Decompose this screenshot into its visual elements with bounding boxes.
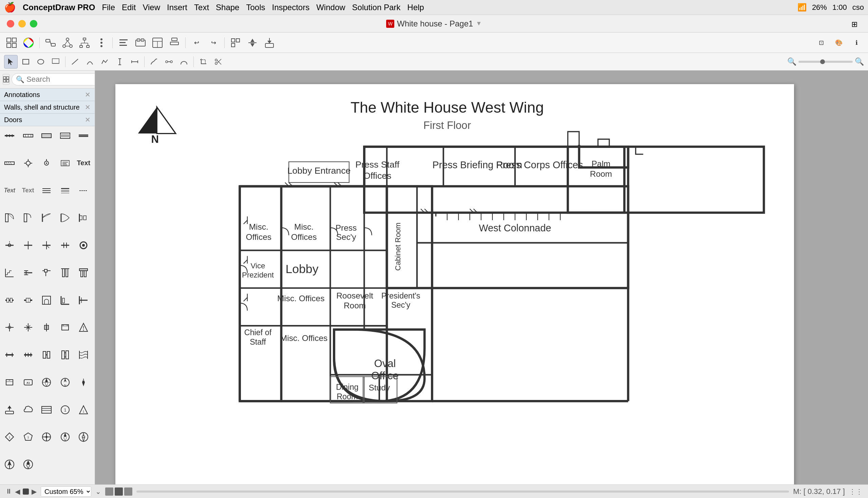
text-tool[interactable] — [49, 55, 62, 68]
category-walls-close[interactable]: ✕ — [85, 103, 91, 111]
scissors-tool[interactable] — [211, 55, 225, 68]
line-tool[interactable] — [68, 55, 82, 68]
minimize-button[interactable] — [18, 20, 26, 27]
shape-wall-1[interactable] — [1, 128, 18, 144]
tree-btn[interactable] — [77, 35, 92, 50]
shape-text-b[interactable]: Text — [20, 183, 36, 199]
category-walls[interactable]: Walls, shell and structure ✕ — [0, 101, 95, 114]
group-btn[interactable] — [133, 35, 148, 50]
category-annotations[interactable]: Annotations ✕ — [0, 89, 95, 101]
shape-door-3[interactable] — [38, 210, 55, 226]
shape-lines-1[interactable] — [38, 183, 55, 199]
shape-door-1[interactable] — [1, 210, 18, 226]
shape-beam-1[interactable] — [1, 347, 18, 363]
select-tool[interactable] — [4, 55, 18, 68]
ellipse-tool[interactable] — [34, 55, 48, 68]
shape-lines-2[interactable] — [57, 183, 73, 199]
shape-text-block[interactable] — [57, 155, 73, 171]
shape-text-a[interactable]: Text — [1, 183, 18, 199]
dropdown-arrow-icon[interactable]: ▼ — [476, 20, 482, 27]
shape-pillar-1[interactable] — [57, 265, 73, 281]
layers-btn[interactable] — [167, 35, 182, 50]
menu-view[interactable]: View — [143, 3, 160, 12]
shape-upload[interactable] — [1, 402, 18, 418]
redo-btn[interactable]: ↪ — [206, 35, 221, 50]
color-scheme-btn[interactable]: 🎨 — [831, 35, 846, 50]
shape-pentagon-tag[interactable]: 1 — [20, 429, 36, 445]
zoom-out-btn[interactable]: 🔍 — [787, 57, 796, 66]
shape-column[interactable] — [75, 237, 92, 253]
rect-tool[interactable] — [19, 55, 33, 68]
app-name[interactable]: ConceptDraw PRO — [23, 3, 95, 12]
menu-insert[interactable]: Insert — [167, 3, 187, 12]
shape-crosshair[interactable] — [38, 429, 55, 445]
shape-anchor-1[interactable] — [20, 155, 36, 171]
view-mode-1[interactable] — [105, 487, 113, 496]
inspector-button[interactable]: ⊞ — [847, 18, 861, 31]
search-box[interactable]: 🔍 — [12, 73, 95, 86]
shape-compass[interactable] — [38, 374, 55, 391]
shape-stair-2[interactable] — [20, 265, 36, 281]
close-button[interactable] — [7, 20, 14, 27]
resize-handle[interactable]: ⋮⋮ — [849, 487, 863, 496]
next-page-btn[interactable]: ▶ — [31, 487, 37, 496]
shape-stair-3[interactable] — [38, 265, 55, 281]
shape-wall-symbol-4[interactable] — [57, 237, 73, 253]
shape-separator[interactable] — [75, 183, 92, 199]
menu-inspectors[interactable]: Inspectors — [272, 3, 310, 12]
shape-elec-3[interactable] — [38, 319, 55, 336]
shape-wall-symbol-3[interactable] — [38, 237, 55, 253]
shape-spring[interactable] — [75, 347, 92, 363]
shape-window-1[interactable] — [1, 292, 18, 309]
shape-diamond-tag[interactable]: 1 — [1, 429, 18, 445]
menu-edit[interactable]: Edit — [122, 3, 136, 12]
shape-elec-2[interactable] — [20, 319, 36, 336]
zoom-chevron-btn[interactable]: ⌄ — [95, 487, 101, 496]
menu-text[interactable]: Text — [194, 3, 209, 12]
shape-north-detailed[interactable]: N — [75, 429, 92, 445]
shape-north-arrow[interactable]: N — [57, 374, 73, 391]
color-picker-btn[interactable] — [21, 35, 36, 50]
shape-door-4[interactable] — [57, 210, 73, 226]
undo-btn[interactable]: ↩ — [189, 35, 204, 50]
shape-elec-1[interactable] — [1, 319, 18, 336]
zoom-slider[interactable] — [799, 61, 853, 63]
shape-north-fancy[interactable] — [20, 456, 36, 473]
network-btn[interactable] — [60, 35, 75, 50]
zoom-selector[interactable]: Custom 65% 50% 75% 100% 150% — [41, 486, 91, 497]
shape-pillar-2[interactable] — [75, 265, 92, 281]
shape-room-tag-2[interactable]: A1 — [20, 374, 36, 391]
crop-tool[interactable] — [196, 55, 210, 68]
shape-anchor-2[interactable] — [38, 155, 55, 171]
dimension-h-tool[interactable] — [128, 55, 142, 68]
shapes-library-btn[interactable] — [4, 35, 19, 50]
prev-page-btn[interactable]: ◀ — [15, 487, 20, 496]
shape-corner-2[interactable] — [75, 292, 92, 309]
shape-wall-3[interactable] — [38, 128, 55, 144]
shape-wall-symbol-2[interactable] — [20, 237, 36, 253]
zoom-in-btn[interactable]: 🔍 — [855, 57, 864, 66]
shape-hinge[interactable] — [38, 347, 55, 363]
shape-elec-5[interactable] — [75, 319, 92, 336]
polyline-tool[interactable] — [98, 55, 112, 68]
shape-arrow-up[interactable] — [1, 456, 18, 473]
arrange-btn[interactable] — [228, 35, 243, 50]
shape-wall-5[interactable] — [75, 128, 92, 144]
shape-wall-corner-1[interactable] — [1, 237, 18, 253]
shape-stair-1[interactable] — [1, 265, 18, 281]
freehand-tool[interactable] — [147, 55, 161, 68]
menu-window[interactable]: Window — [316, 3, 345, 12]
page-indicator-1[interactable] — [23, 488, 29, 495]
distribute-btn[interactable] — [245, 35, 260, 50]
shape-hinge-2[interactable] — [57, 347, 73, 363]
shape-triangle-tag[interactable]: 1 — [75, 402, 92, 418]
view-mode-3[interactable] — [124, 487, 132, 496]
shape-window-2[interactable] — [20, 292, 36, 309]
menu-shape[interactable]: Shape — [216, 3, 239, 12]
category-doors-close[interactable]: ✕ — [85, 116, 91, 124]
shape-door-2[interactable] — [20, 210, 36, 226]
shape-cloud[interactable] — [20, 402, 36, 418]
shape-wall-2[interactable] — [20, 128, 36, 144]
view-mode-2[interactable] — [115, 487, 123, 496]
category-annotations-close[interactable]: ✕ — [85, 91, 91, 99]
